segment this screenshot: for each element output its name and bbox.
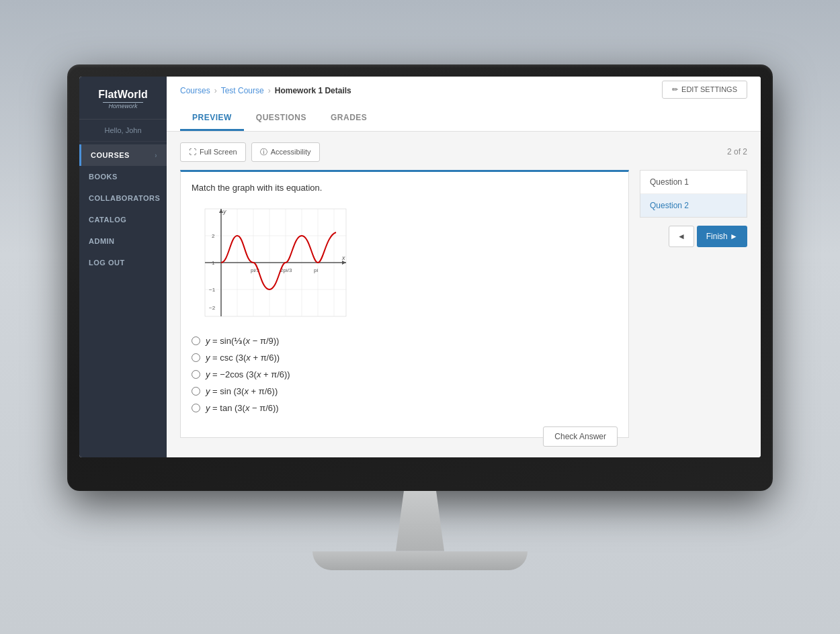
breadcrumb-courses[interactable]: Courses xyxy=(180,86,210,95)
edit-settings-button[interactable]: ✏ EDIT SETTINGS xyxy=(662,81,747,99)
sidebar-nav: COURSES › BOOKS COLLABORATORS CATALOG AD… xyxy=(79,142,167,457)
main-content: Courses › Test Course › Homework 1 Detai… xyxy=(167,77,761,457)
finish-button[interactable]: Finish ► xyxy=(697,226,747,247)
tab-preview-label: PREVIEW xyxy=(192,113,232,122)
prev-button[interactable]: ◄ xyxy=(669,226,694,247)
prev-icon: ◄ xyxy=(677,232,685,241)
svg-text:x: x xyxy=(341,255,345,261)
sidebar-item-collaborators-label: COLLABORATORS xyxy=(89,194,160,202)
tabs: PREVIEW QUESTIONS GRADES xyxy=(180,106,747,131)
svg-text:1: 1 xyxy=(212,260,215,266)
monitor-stand-base xyxy=(312,551,528,570)
answer-text-1: y = sin(⅓(x − π/9)) xyxy=(206,336,279,346)
answer-choice-4[interactable]: y = sin (3(x + π/6)) xyxy=(192,386,618,396)
user-greeting: Hello, John xyxy=(79,120,167,142)
graph-container: x y 2 1 −1 −2 pi/3 xyxy=(192,202,618,322)
sidebar-item-courses-label: COURSES xyxy=(91,151,130,159)
tab-grades-label: GRADES xyxy=(331,113,367,122)
fullscreen-label: Full Screen xyxy=(200,148,237,156)
question-toolbar: ⛶ Full Screen ⓘ Accessibility 2 of 2 xyxy=(180,142,747,162)
svg-text:2: 2 xyxy=(212,233,215,239)
answer-choices: y = sin(⅓(x − π/9)) y = csc (3(x + π/6))… xyxy=(192,336,618,413)
accessibility-button[interactable]: ⓘ Accessibility xyxy=(251,142,320,162)
sidebar-item-courses[interactable]: COURSES › xyxy=(79,144,167,166)
answer-radio-4[interactable] xyxy=(192,387,200,396)
svg-text:pi: pi xyxy=(314,267,318,273)
fullscreen-button[interactable]: ⛶ Full Screen xyxy=(180,142,246,162)
edit-settings-label: EDIT SETTINGS xyxy=(681,85,737,93)
answer-choice-1[interactable]: y = sin(⅓(x − π/9)) xyxy=(192,336,618,346)
sidebar: FlatWorld Homework Hello, John COURSES ›… xyxy=(79,77,167,457)
svg-text:−1: −1 xyxy=(209,287,216,293)
question-list-item-2[interactable]: Question 2 xyxy=(640,194,747,217)
content-inner: Match the graph with its equation. xyxy=(180,170,747,447)
sidebar-item-admin-label: ADMIN xyxy=(89,237,115,245)
sidebar-item-collaborators[interactable]: COLLABORATORS xyxy=(79,187,167,209)
question-list-label-1: Question 1 xyxy=(650,177,689,187)
sidebar-item-admin[interactable]: ADMIN xyxy=(79,230,167,252)
sidebar-item-logout[interactable]: LOG OUT xyxy=(79,252,167,273)
tab-preview[interactable]: PREVIEW xyxy=(180,106,244,131)
accessibility-icon: ⓘ xyxy=(260,147,267,157)
question-content: Match the graph with its equation. xyxy=(180,170,629,438)
check-answer-button[interactable]: Check Answer xyxy=(543,426,618,447)
monitor-stand-neck xyxy=(380,491,460,551)
answer-choice-3[interactable]: y = −2cos (3(x + π/6)) xyxy=(192,369,618,379)
answer-choice-2[interactable]: y = csc (3(x + π/6)) xyxy=(192,353,618,363)
pencil-icon: ✏ xyxy=(672,85,678,94)
answer-radio-5[interactable] xyxy=(192,404,200,412)
top-bar: Courses › Test Course › Homework 1 Detai… xyxy=(167,77,761,132)
logo-name: FlatWorld xyxy=(87,89,159,101)
question-counter: 2 of 2 xyxy=(727,147,747,156)
sidebar-item-catalog-label: CATALOG xyxy=(89,216,126,224)
sidebar-item-books[interactable]: BOOKS xyxy=(79,166,167,187)
tab-grades[interactable]: GRADES xyxy=(319,106,379,131)
question-list-item-1[interactable]: Question 1 xyxy=(640,171,747,194)
check-answer-label: Check Answer xyxy=(554,432,606,441)
breadcrumb-sep-1: › xyxy=(214,86,217,95)
fullscreen-icon: ⛶ xyxy=(189,148,196,156)
answer-text-2: y = csc (3(x + π/6)) xyxy=(206,353,280,363)
tab-questions[interactable]: QUESTIONS xyxy=(244,106,319,131)
answer-text-5: y = tan (3(x − π/6)) xyxy=(206,403,279,413)
breadcrumb-sep-2: › xyxy=(268,86,271,95)
svg-text:−2: −2 xyxy=(209,305,216,311)
question-list: Question 1 Question 2 xyxy=(640,170,747,218)
sidebar-item-catalog[interactable]: CATALOG xyxy=(79,209,167,230)
question-list-label-2: Question 2 xyxy=(650,201,689,210)
breadcrumb-test-course[interactable]: Test Course xyxy=(221,86,264,95)
sidebar-item-logout-label: LOG OUT xyxy=(89,259,125,267)
svg-text:y: y xyxy=(222,208,226,215)
answer-radio-3[interactable] xyxy=(192,370,200,379)
logo: FlatWorld Homework xyxy=(79,77,167,120)
answer-radio-2[interactable] xyxy=(192,353,200,362)
accessibility-label: Accessibility xyxy=(271,148,311,156)
content-area: ⛶ Full Screen ⓘ Accessibility 2 of 2 xyxy=(167,132,761,457)
sidebar-item-books-label: BOOKS xyxy=(89,173,118,181)
tab-questions-label: QUESTIONS xyxy=(256,113,306,122)
answer-text-4: y = sin (3(x + π/6)) xyxy=(206,386,278,396)
question-text: Match the graph with its equation. xyxy=(192,183,618,193)
answer-radio-1[interactable] xyxy=(192,336,200,345)
graph-svg: x y 2 1 −1 −2 pi/3 xyxy=(192,202,353,320)
breadcrumb: Courses › Test Course › Homework 1 Detai… xyxy=(180,86,351,95)
answer-text-3: y = −2cos (3(x + π/6)) xyxy=(206,369,290,379)
breadcrumb-current: Homework 1 Details xyxy=(275,86,351,95)
answer-choice-5[interactable]: y = tan (3(x − π/6)) xyxy=(192,403,618,413)
finish-label: Finish ► xyxy=(706,232,738,241)
toolbar-left: ⛶ Full Screen ⓘ Accessibility xyxy=(180,142,320,162)
chevron-right-icon: › xyxy=(155,152,157,159)
question-sidebar: Question 1 Question 2 ◄ xyxy=(640,170,747,447)
question-main: Match the graph with its equation. xyxy=(180,170,629,447)
logo-sub: Homework xyxy=(87,103,159,109)
nav-buttons: ◄ Finish ► xyxy=(640,226,747,247)
